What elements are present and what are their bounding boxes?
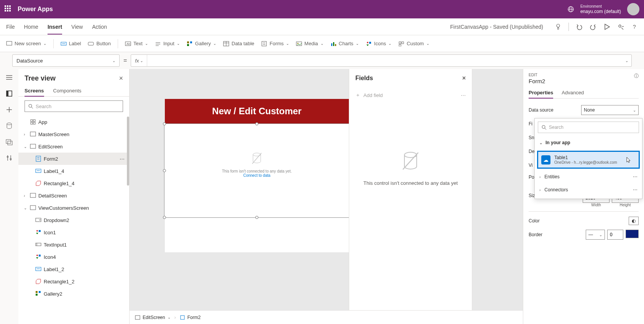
svg-rect-16 — [190, 41, 192, 43]
svg-rect-61 — [30, 193, 36, 197]
environment-block[interactable]: Environment enayu.com (default) — [580, 4, 621, 14]
border-style-select[interactable]: —⌄ — [586, 230, 605, 240]
ribbon-forms[interactable]: Forms⌄ — [261, 41, 289, 46]
ribbon-charts[interactable]: Charts⌄ — [330, 41, 359, 46]
fields-panel: Fields × ＋ Add field ⋯ This control isn'… — [349, 69, 472, 324]
more-icon[interactable]: ⋯ — [633, 174, 637, 179]
waffle-icon[interactable] — [5, 5, 12, 13]
ds-item-table1[interactable]: ☁ Table1 OneDrive - h...ry.legge@outlook… — [537, 151, 640, 169]
ribbon-icons[interactable]: Icons⌄ — [366, 41, 391, 46]
equals-icon: = — [123, 57, 127, 64]
menu-home[interactable]: Home — [24, 24, 38, 30]
hamburger-icon[interactable] — [5, 74, 13, 81]
ds-section-connectors[interactable]: ›Connectors⋯ — [535, 183, 642, 196]
tree-item-viewcustomersscreen[interactable]: ⌄ViewCustomersScreen — [18, 202, 129, 214]
svg-rect-6 — [7, 41, 12, 45]
svg-point-41 — [7, 123, 12, 125]
app-checker-icon[interactable] — [555, 23, 562, 30]
data-icon[interactable] — [5, 122, 13, 130]
menu-row: File Home Insert View Action FirstCanvas… — [0, 18, 644, 35]
tree-item-form2[interactable]: Form2⋯ — [18, 153, 129, 165]
ribbon-gallery[interactable]: Gallery⌄ — [187, 41, 216, 46]
redo-icon[interactable] — [590, 23, 596, 30]
breadcrumb-control[interactable]: Form2 — [180, 315, 201, 320]
tree-view-icon[interactable] — [5, 90, 13, 97]
color-picker[interactable]: ◐ — [629, 217, 639, 225]
form-selection[interactable]: This form isn't connected to any data ye… — [164, 123, 350, 218]
tree-item-dropdown2[interactable]: Dropdown2 — [18, 214, 129, 226]
ribbon-button[interactable]: Button — [88, 41, 111, 46]
tree-item-gallery2[interactable]: Gallery2 — [18, 288, 129, 300]
svg-rect-72 — [36, 291, 38, 293]
tree-item-icon1[interactable]: Icon1 — [18, 226, 129, 238]
fields-close-icon[interactable]: × — [462, 75, 466, 82]
tab-properties[interactable]: Properties — [529, 87, 553, 99]
tree-item-icon4[interactable]: Icon4 — [18, 251, 129, 263]
border-width-input[interactable] — [607, 230, 623, 240]
formula-input[interactable]: fx⌄ ⌄ — [131, 54, 632, 67]
play-icon[interactable] — [603, 23, 610, 30]
breadcrumb-screen[interactable]: EditScreen⌄ — [135, 315, 171, 320]
formula-expand-icon[interactable]: ⌄ — [625, 59, 628, 63]
tree-list: App›MasterScreen⌄EditScreenForm2⋯Label1_… — [18, 116, 129, 324]
add-field-button[interactable]: ＋ Add field ⋯ — [349, 87, 472, 103]
fields-title: Fields — [355, 75, 373, 82]
tree-item-masterscreen[interactable]: ›MasterScreen — [18, 128, 129, 140]
ds-section-entities[interactable]: ›Entities⋯ — [535, 170, 642, 183]
border-label: Border — [529, 232, 586, 237]
ds-search[interactable]: Search — [538, 122, 639, 133]
insert-icon[interactable] — [5, 106, 13, 113]
tree-item-label1_2[interactable]: Label1_2 — [18, 263, 129, 275]
avatar[interactable] — [627, 3, 639, 15]
media-rail-icon[interactable] — [5, 138, 13, 146]
tab-components[interactable]: Components — [53, 86, 82, 96]
formula-bar: DataSource⌄ = fx⌄ ⌄ — [0, 52, 644, 69]
ribbon-label[interactable]: Label — [61, 41, 81, 46]
svg-rect-27 — [333, 42, 334, 46]
property-selector[interactable]: DataSource⌄ — [12, 54, 120, 67]
tree-item-rectangle1_2[interactable]: Rectangle1_2 — [18, 275, 129, 288]
advanced-tools-icon[interactable] — [5, 154, 13, 162]
help-icon[interactable]: ? — [631, 23, 638, 30]
menu-action[interactable]: Action — [92, 24, 107, 30]
border-color-swatch[interactable] — [626, 230, 639, 238]
onedrive-icon: ☁ — [541, 155, 550, 164]
share-icon[interactable] — [617, 23, 624, 30]
tree-search[interactable]: Search — [25, 100, 123, 112]
tree-item-detailscreen[interactable]: ›DetailScreen — [18, 189, 129, 202]
ribbon-data-table[interactable]: Data table — [223, 41, 254, 46]
tree-item-label1_4[interactable]: Label1_4 — [18, 165, 129, 177]
menu-view[interactable]: View — [71, 24, 83, 30]
tree-item-app[interactable]: App — [18, 116, 129, 128]
tree-item-editscreen[interactable]: ⌄EditScreen — [18, 140, 129, 153]
svg-rect-26 — [331, 43, 332, 46]
tree-item-rectangle1_4[interactable]: Rectangle1_4 — [18, 177, 129, 189]
color-label: Color — [529, 218, 629, 224]
ds-section-in-your-app[interactable]: ⌄In your app — [535, 136, 642, 149]
more-icon[interactable]: ⋯ — [461, 92, 466, 98]
undo-icon[interactable] — [576, 23, 583, 30]
menu-file[interactable]: File — [6, 24, 15, 30]
svg-rect-43 — [8, 141, 12, 145]
more-icon[interactable]: ⋯ — [633, 187, 637, 192]
help-icon[interactable]: ⓘ — [634, 73, 639, 79]
form-connect-link[interactable]: Connect to data — [164, 173, 349, 178]
tree-item-textinput1[interactable]: TextInput1 — [18, 238, 129, 251]
ribbon-input[interactable]: Input⌄ — [155, 41, 180, 46]
svg-rect-32 — [402, 42, 404, 44]
fx-label: fx⌄ — [131, 55, 147, 66]
menu-insert[interactable]: Insert — [48, 24, 62, 35]
scrollbar[interactable] — [127, 117, 129, 186]
ribbon-custom[interactable]: Custom⌄ — [398, 41, 429, 46]
svg-rect-30 — [369, 42, 371, 44]
ribbon-text[interactable]: AbText⌄ — [125, 41, 148, 46]
ribbon-new-screen[interactable]: New screen⌄ — [6, 41, 46, 46]
svg-point-4 — [619, 25, 621, 27]
ribbon-media[interactable]: Media⌄ — [296, 41, 323, 46]
close-icon[interactable]: × — [119, 74, 123, 82]
tab-screens[interactable]: Screens — [25, 86, 44, 97]
svg-rect-52 — [31, 122, 33, 124]
svg-line-80 — [545, 128, 546, 130]
tab-advanced[interactable]: Advanced — [562, 87, 584, 98]
data-source-select[interactable]: None⌄ — [581, 105, 639, 115]
